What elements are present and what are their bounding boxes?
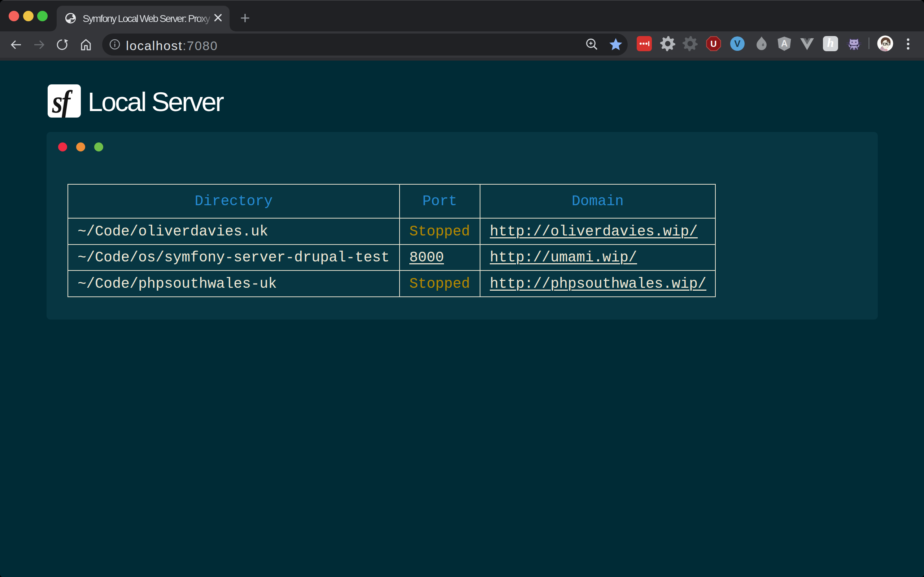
svg-text:U: U bbox=[710, 39, 716, 49]
svg-text:V: V bbox=[734, 38, 741, 49]
svg-text:A: A bbox=[781, 38, 788, 48]
